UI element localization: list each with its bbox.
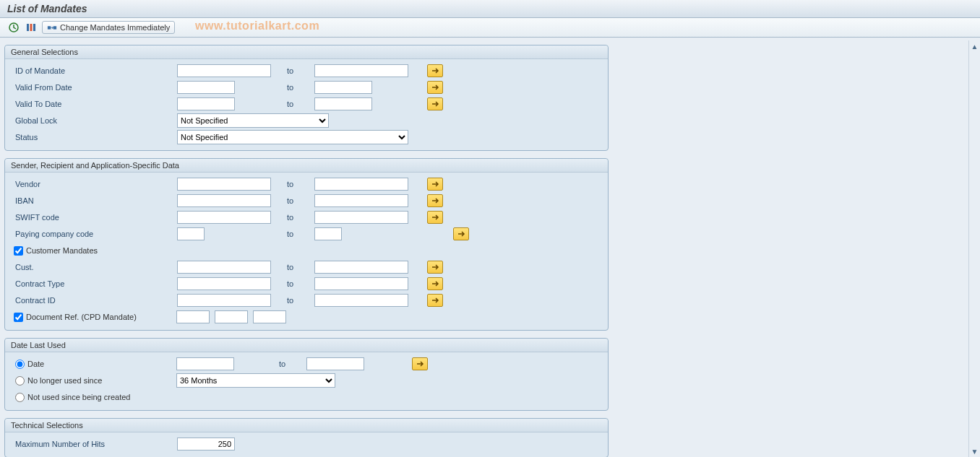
page-title: List of Mandates	[0, 0, 980, 18]
execute-icon[interactable]	[7, 21, 20, 34]
change-mandates-label: Change Mandates Immediately	[60, 23, 170, 32]
svg-rect-2	[30, 24, 33, 31]
svg-rect-5	[53, 26, 56, 29]
variant-icon[interactable]	[25, 21, 38, 34]
toolbar: Change Mandates Immediately www.tutorial…	[0, 18, 980, 38]
watermark-text: www.tutorialkart.com	[195, 19, 319, 32]
change-mandates-button[interactable]: Change Mandates Immediately	[42, 21, 175, 34]
svg-rect-3	[33, 24, 35, 31]
svg-rect-4	[48, 26, 51, 29]
svg-rect-1	[27, 24, 29, 31]
